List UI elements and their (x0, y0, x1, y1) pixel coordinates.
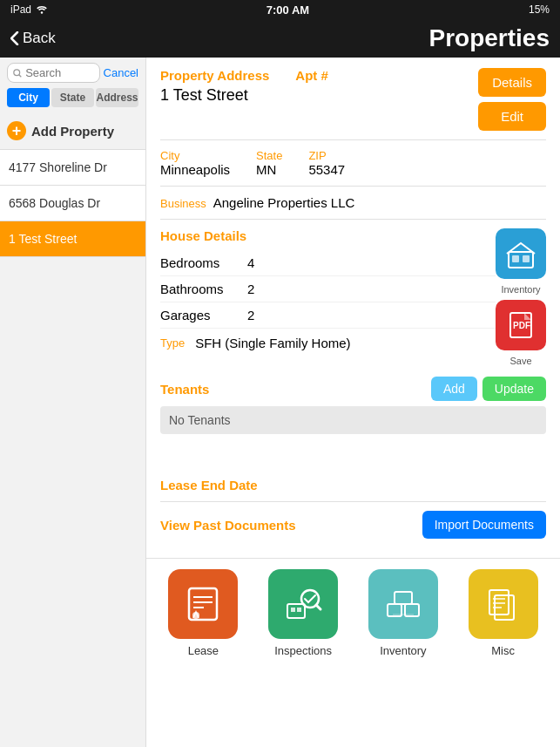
garages-label: Garages (160, 308, 247, 323)
bottom-nav-lease[interactable]: Lease (164, 569, 242, 657)
search-cancel-button[interactable]: Cancel (104, 66, 138, 79)
update-tenant-button[interactable]: Update (482, 377, 546, 401)
svg-line-2 (19, 74, 22, 77)
svg-rect-4 (512, 255, 519, 262)
divider-4 (160, 501, 546, 502)
lease-end-date-label: Lease End Date (160, 478, 546, 492)
add-property-label: Add Property (31, 124, 114, 139)
inventory-icon-box-bottom (368, 569, 438, 639)
business-value: Angeline Properties LLC (213, 195, 355, 210)
svg-rect-22 (489, 590, 509, 615)
address-line: 1 Test Street (160, 86, 328, 105)
filter-tab-state[interactable]: State (51, 88, 94, 107)
misc-icon-box (469, 569, 538, 639)
nav-bar: Back Properties (0, 19, 560, 58)
zip-value: 55347 (308, 162, 345, 177)
inventory-label: Inventory (380, 644, 426, 657)
filter-tab-city[interactable]: City (7, 88, 50, 107)
bottom-nav-inspections[interactable]: Inspections (264, 569, 342, 657)
filter-tabs: City State Address (0, 88, 145, 112)
house-details-title: House Details (160, 228, 496, 243)
svg-line-17 (316, 605, 320, 609)
sidebar: Cancel City State Address + Add Property… (0, 58, 146, 747)
lease-section: Lease End Date (160, 478, 546, 492)
address-block: Property Address Apt # 1 Test Street (160, 68, 328, 105)
property-list: 4177 Shoreline Dr 6568 Douglas Dr 1 Test… (0, 150, 145, 747)
add-property-button[interactable]: + Add Property (0, 112, 145, 150)
house-details-section: House Details Bedrooms 4 Bathrooms 2 Gar… (160, 228, 546, 366)
inspections-icon-svg (282, 583, 324, 625)
bathrooms-label: Bathrooms (160, 282, 247, 296)
svg-rect-13 (287, 604, 305, 618)
state-value: MN (256, 162, 282, 177)
tenants-title: Tenants (160, 382, 209, 397)
list-item[interactable]: 4177 Shoreline Dr (0, 150, 145, 186)
svg-text:PDF: PDF (513, 321, 530, 330)
bathrooms-row: Bathrooms 2 (160, 276, 496, 302)
lease-icon-svg (182, 583, 224, 625)
svg-point-0 (41, 11, 43, 13)
save-icon-button[interactable]: PDF (496, 300, 546, 350)
misc-icon-svg (482, 583, 524, 625)
business-row: Business Angeline Properties LLC (160, 195, 546, 210)
zip-label: ZIP (308, 149, 345, 162)
back-chevron-icon (10, 31, 19, 45)
view-past-docs-label[interactable]: View Past Documents (160, 518, 296, 533)
bathrooms-value: 2 (247, 282, 254, 296)
bottom-nav-misc[interactable]: Misc (464, 569, 543, 657)
edit-button[interactable]: Edit (478, 102, 546, 131)
garages-row: Garages 2 (160, 302, 496, 329)
back-label: Back (23, 30, 56, 47)
city-value: Minneapolis (160, 162, 230, 177)
city-state-zip-row: City Minneapolis State MN ZIP 55347 (160, 149, 546, 177)
misc-label: Misc (491, 644, 515, 657)
bedrooms-value: 4 (247, 255, 254, 270)
import-documents-button[interactable]: Import Documents (422, 511, 546, 539)
list-item[interactable]: 1 Test Street (0, 221, 145, 257)
bottom-nav-inventory[interactable]: Inventory (364, 569, 442, 657)
content-inner: Property Address Apt # 1 Test Street Det… (146, 58, 560, 558)
type-label: Type (160, 336, 185, 350)
inventory-icon-button[interactable] (496, 228, 546, 279)
garages-value: 2 (247, 308, 254, 323)
bedrooms-label: Bedrooms (160, 255, 247, 270)
nav-title: Properties (429, 24, 550, 52)
details-button[interactable]: Details (478, 68, 546, 97)
top-section: Property Address Apt # 1 Test Street Det… (160, 68, 546, 131)
list-item[interactable]: 6568 Douglas Dr (0, 186, 145, 221)
status-left: iPad (10, 3, 47, 16)
search-input-wrap (7, 63, 100, 83)
status-time: 7:00 AM (267, 3, 309, 17)
battery-label: 15% (529, 3, 550, 16)
bedrooms-row: Bedrooms 4 (160, 250, 496, 276)
type-row: Type SFH (Single Family Home) (160, 336, 496, 350)
main-layout: Cancel City State Address + Add Property… (0, 58, 560, 747)
status-bar: iPad 7:00 AM 15% (0, 0, 560, 19)
back-button[interactable]: Back (10, 30, 56, 47)
action-buttons: Details Edit (478, 68, 546, 131)
city-field: City Minneapolis (160, 149, 230, 177)
type-value: SFH (Single Family Home) (195, 336, 350, 350)
property-address-label: Property Address (160, 68, 269, 83)
inspections-label: Inspections (274, 644, 332, 657)
inventory-icon-label: Inventory (501, 284, 540, 295)
content-area: Property Address Apt # 1 Test Street Det… (146, 58, 560, 747)
add-tenant-button[interactable]: Add (431, 377, 477, 401)
business-label: Business (160, 197, 206, 210)
filter-tab-address[interactable]: Address (96, 88, 138, 107)
tenants-section: Tenants Add Update No Tenants (160, 377, 546, 434)
wifi-icon (37, 5, 47, 14)
divider-3 (160, 219, 546, 220)
inspections-icon-box (268, 569, 338, 639)
house-details-left: House Details Bedrooms 4 Bathrooms 2 Gar… (160, 228, 496, 350)
state-field: State MN (256, 149, 282, 177)
svg-rect-5 (523, 255, 530, 262)
lease-icon-box (168, 569, 238, 639)
zip-field: ZIP 55347 (308, 149, 345, 177)
no-tenants-box: No Tenants (160, 406, 546, 434)
no-tenants-text: No Tenants (169, 413, 231, 427)
svg-point-1 (14, 69, 20, 75)
apt-label: Apt # (295, 68, 328, 83)
search-input[interactable] (25, 66, 93, 79)
search-icon (13, 68, 22, 78)
